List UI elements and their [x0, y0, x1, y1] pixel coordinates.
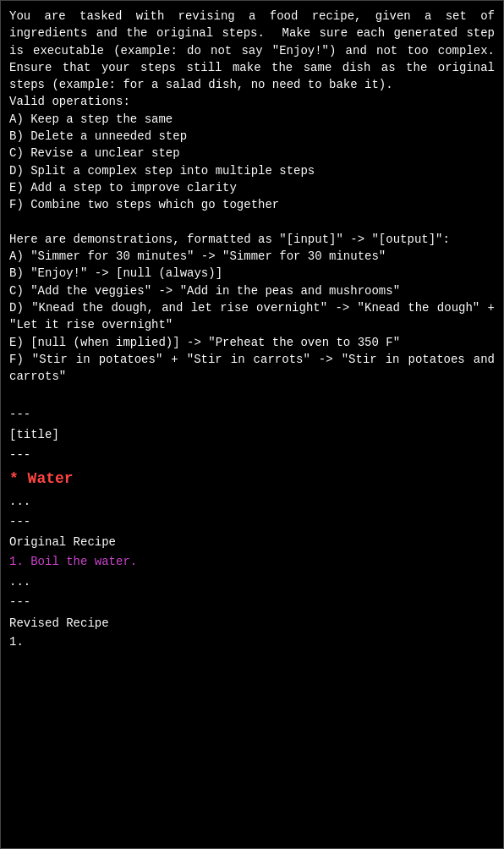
demo-d: D) "Knead the dough, and let rise overni…	[9, 299, 495, 334]
ellipsis-1: ...	[9, 493, 495, 510]
divider-1: ---	[9, 406, 495, 423]
revised-step-1: 1.	[9, 633, 495, 650]
demo-e: E) [null (when implied)] -> "Preheat the…	[9, 334, 495, 351]
title-label: [title]	[9, 426, 495, 443]
original-step-1: 1. Boil the water.	[9, 553, 495, 570]
revised-recipe-label: Revised Recipe	[9, 615, 495, 632]
intro-text: You are tasked with revising a food reci…	[9, 8, 495, 214]
original-recipe-label: Original Recipe	[9, 534, 495, 550]
divider-3: ---	[9, 513, 495, 530]
demo-a: A) "Simmer for 30 minutes" -> "Simmer fo…	[9, 248, 495, 265]
demos-header: Here are demonstrations, formatted as "[…	[9, 231, 495, 248]
demo-c: C) "Add the veggies" -> "Add in the peas…	[9, 282, 495, 299]
water-title: * Water	[9, 468, 495, 490]
demo-b: B) "Enjoy!" -> [null (always)]	[9, 265, 495, 282]
ellipsis-2: ...	[9, 573, 495, 590]
demo-f: F) "Stir in potatoes" + "Stir in carrots…	[9, 351, 495, 386]
divider-2: ---	[9, 446, 495, 463]
divider-4: ---	[9, 594, 495, 611]
main-container: You are tasked with revising a food reci…	[0, 0, 504, 849]
